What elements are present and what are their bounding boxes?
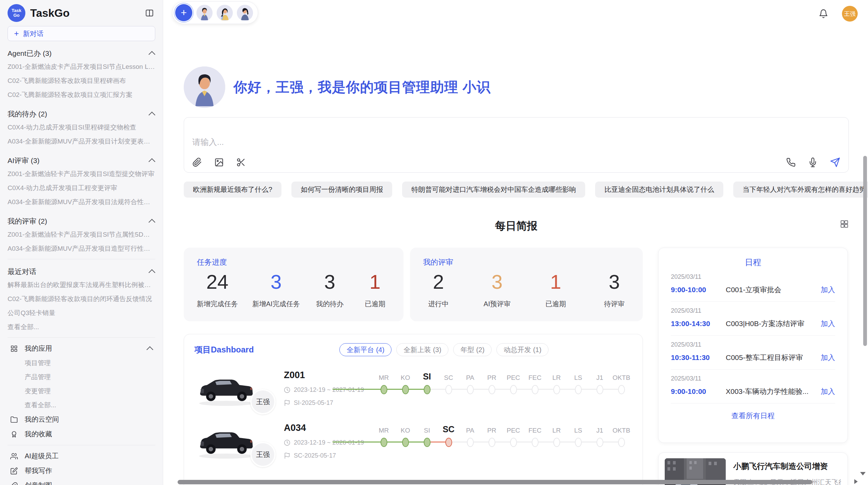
filter-model-year[interactable]: 年型 (2) [453,343,492,356]
milestone: LR [546,369,567,396]
list-item[interactable]: 解释最新出台的欧盟报废车法规再生塑料比例被调至15%... [8,278,155,292]
sidebar-item-change-mgmt[interactable]: 变更管理 [8,384,155,398]
project-dates: 2023-12-19 ~ 2026-01-19 [284,439,373,446]
filter-all-platform[interactable]: 全新平台 (4) [339,343,391,356]
project-row[interactable]: 王强 Z001 2023-12-19 ~ 2027-01-19 [194,369,632,409]
paperclip-icon [192,158,202,167]
list-item[interactable]: C02-飞腾新能源轻客改款项目立项汇报方案 [8,88,155,102]
project-car: 王强 [194,369,268,409]
filter-powertrain[interactable]: 动总开发 (1) [496,343,548,356]
suggestion-chip[interactable]: 特朗普可能对进口汽车增税会对中国车企造成哪些影响 [402,182,585,198]
folder-icon [10,416,18,423]
voice-call-button[interactable] [786,158,796,167]
milestone: LS [567,369,589,396]
scroll-down-arrow[interactable] [860,472,866,475]
send-icon [830,157,840,167]
project-car: 王强 [194,421,268,462]
sidebar-collapse-button[interactable] [144,7,155,19]
schedule-name: C001-立项审批会 [726,285,821,295]
join-meeting-link[interactable]: 加入 [821,319,835,328]
join-meeting-link[interactable]: 加入 [821,387,835,396]
section-agent-done[interactable]: Agent已办 (3) [8,47,155,60]
milestone: SI [416,422,438,448]
section-title: 我的评审 (2) [8,216,47,226]
attach-button[interactable] [192,158,202,167]
metric-value: 24 [197,270,238,293]
image-icon [214,158,224,167]
milestone: OKTB [611,369,632,396]
sidebar-item-help-write[interactable]: 帮我写作 [8,463,155,478]
project-row[interactable]: 王强 A034 2023-12-19 ~ 2026-01-19 [194,421,632,462]
milestone-dot [553,438,560,447]
view-all-chats-link[interactable]: 查看全部... [8,320,155,334]
list-item[interactable]: C0X4-动力总成开发项目SI里程碑提交物检查 [8,120,155,134]
chevron-up-icon [146,346,153,353]
send-button[interactable] [830,157,840,167]
milestone-dot [445,438,452,447]
project-owner-badge: 王强 [250,442,276,467]
list-item[interactable]: A034-全新新能源MUV产品开发项目法规符合性评审 [8,195,155,209]
milestone-dot [402,438,409,447]
scroll-right-arrow[interactable] [854,479,858,484]
flag-label: SI-2025-05-17 [294,399,333,407]
view-all-apps-link[interactable]: 查看全部... [8,398,155,412]
section-recent-chats[interactable]: 最近对话 [8,265,155,278]
join-meeting-link[interactable]: 加入 [821,285,835,295]
snippet-button[interactable] [236,158,246,167]
milestone: PEC [503,422,524,448]
vertical-scrollbar-thumb[interactable] [863,156,867,346]
sidebar-item-product-mgmt[interactable]: 产品管理 [8,370,155,384]
list-item[interactable]: C02-飞腾新能源轻客改款项目里程碑画布 [8,74,155,88]
list-item[interactable]: C02-飞腾新能源轻客改款项目的闭环通告反馈情况 [8,292,155,306]
list-item[interactable]: Z001-全新燃油轻卡产品开发项目SI造型提交物评审 [8,167,155,181]
metric-value: 3 [314,270,345,293]
sidebar-item-creative-draw[interactable]: 创意制图 [8,478,155,485]
schedule-item: 2025/03/11 13:00-14:30 C003|H0B-方案冻结评审 加… [671,302,835,336]
list-item[interactable]: Z001-全新燃油轻卡产品开发项目SI节点属性5D文件评审 [8,227,155,241]
stat-card-title: 任务进度 [197,257,390,268]
chevron-up-icon [148,269,155,276]
layout-switch-button[interactable] [840,220,849,230]
sidebar-item-my-apps[interactable]: 我的应用 [8,341,155,356]
chat-input[interactable] [192,137,840,147]
suggestion-chip[interactable]: 比亚迪全固态电池计划具体说了什么 [595,182,723,198]
agent-avatar-3[interactable] [237,5,253,21]
metric-value: 1 [540,270,571,293]
list-item[interactable]: A034-全新新能源MUV产品开发项目造型可行性评审 [8,241,155,256]
list-item[interactable]: Z001-全新燃油皮卡产品开发项目SI节点Lesson Learn报告 [8,60,155,74]
insert-image-button[interactable] [214,158,224,167]
new-chat-button[interactable]: + 新对话 [8,26,155,41]
list-item[interactable]: 公司Q3轻卡销量 [8,306,155,320]
milestone-dot [381,438,387,447]
schedule-date: 2025/03/11 [671,307,835,314]
feather-icon [10,482,18,485]
notifications-button[interactable] [819,9,828,18]
list-item[interactable]: C0X4-动力总成开发项目工程变更评审 [8,181,155,195]
app-root: Task Go TaskGo + 新对话 Agent已办 (3) Z001-全新… [0,0,868,485]
section-my-todo[interactable]: 我的待办 (2) [8,108,155,120]
metrics: 24 新增完成任务 3 新增AI完成任务 3 我的待办 [197,270,390,309]
sidebar-item-cloud-space[interactable]: 我的云空间 [8,412,155,427]
suggestion-chip[interactable]: 当下年轻人对汽车外观有怎样的喜好趋势 [733,182,868,198]
horizontal-scrollbar-thumb[interactable] [178,480,812,484]
view-all-schedule-link[interactable]: 查看所有日程 [671,411,835,421]
sidebar-item-favorites[interactable]: 我的收藏 [8,427,155,442]
schedule-name: C005-整车工程目标评审 [726,353,821,362]
sidebar-item-ai-super-staff[interactable]: AI超级员工 [8,449,155,463]
agent-avatar-2[interactable] [217,5,233,21]
user-avatar[interactable]: 王强 [842,6,858,22]
list-item[interactable]: A034-全新新能源MUV产品开发项目计划变更表编写 [8,134,155,148]
section-ai-review[interactable]: AI评审 (3) [8,154,155,167]
filter-new-body[interactable]: 全新上装 (3) [396,343,448,356]
add-agent-button[interactable]: + [175,4,192,21]
mic-button[interactable] [808,158,818,167]
panel-collapse-icon [145,9,154,17]
milestone-dot [618,385,625,394]
project-info: Z001 2023-12-19 ~ 2027-01-19 SI-2025-05-… [284,369,373,407]
suggestion-chip[interactable]: 如何写一份清晰的项目周报 [291,182,392,198]
sidebar-item-project-mgmt[interactable]: 项目管理 [8,356,155,370]
agent-avatar-1[interactable] [196,5,213,21]
join-meeting-link[interactable]: 加入 [821,353,835,362]
section-my-review[interactable]: 我的评审 (2) [8,215,155,227]
suggestion-chip[interactable]: 欧洲新规最近颁布了什么? [184,182,281,198]
